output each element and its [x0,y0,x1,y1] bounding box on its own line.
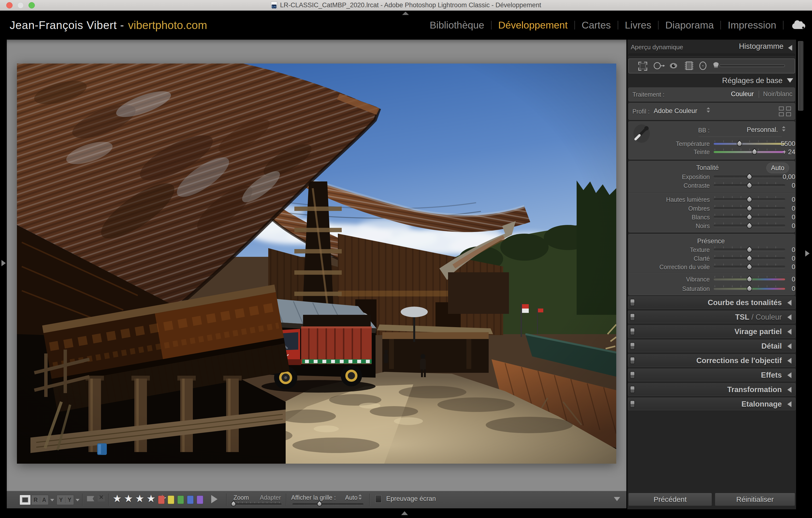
zoom-slider[interactable] [232,503,282,506]
wb-label: BB : [698,127,709,134]
slider-value[interactable]: 5500 [764,140,795,148]
panel-expand-icon[interactable] [787,358,791,364]
slider-value[interactable]: 0 [764,222,795,230]
panel-toggle-switch[interactable] [630,371,635,378]
fullscreen-window-button[interactable] [29,2,35,8]
pick-flag-icon[interactable] [87,496,94,501]
grid-value[interactable]: Auto [345,494,357,501]
reset-button[interactable]: Réinitialiser [715,493,795,506]
slider-value[interactable]: 0 [764,284,795,293]
panel-toggle-switch[interactable] [630,328,635,335]
treatment-color-option[interactable]: Couleur [731,90,754,98]
slider-value[interactable]: 0,00 [764,173,795,181]
reject-flag-icon[interactable] [98,496,105,501]
basic-panel-expand-icon[interactable] [787,78,793,83]
close-window-button[interactable] [6,2,12,8]
soft-proof-label[interactable]: Epreuvage écran [386,495,436,502]
grid-updown-icon[interactable] [358,494,362,500]
minimize-window-button[interactable] [18,2,24,8]
panel-header-detail[interactable]: Détail [628,340,795,352]
color-label-purple[interactable] [197,495,203,504]
module-print[interactable]: Impression [728,20,776,31]
panel-toggle-switch[interactable] [630,342,635,349]
presence-title: Présence [697,238,725,245]
slider-exposure: Exposition 0,00 [629,173,797,181]
profile-value[interactable]: Adobe Couleur [654,107,697,115]
module-develop[interactable]: Développement [498,20,568,31]
panel-expand-icon[interactable] [787,343,791,349]
traffic-lights [6,2,35,8]
panel-header-hsl-color[interactable]: TSL / Couleur [628,311,795,323]
panel-header-tone-curve[interactable]: Courbe des tonalités [628,296,795,309]
module-map[interactable]: Cartes [582,20,611,31]
grid-slider-thumb[interactable] [316,500,323,507]
histogram-collapse-icon[interactable] [788,45,792,51]
panel-expand-icon[interactable] [787,329,791,335]
basic-panel-header[interactable]: Réglages de base [627,77,796,86]
slider-value[interactable]: 0 [764,246,795,254]
wb-preset-value[interactable]: Personnal. [747,126,778,133]
panel-header-split-toning[interactable]: Virage partiel [628,325,795,338]
color-label-red[interactable] [158,495,165,504]
panel-header-transform[interactable]: Transformation [628,383,795,396]
slider-value[interactable]: + 24 [764,148,795,156]
grid-slider[interactable] [292,503,364,506]
soft-proof-checkbox[interactable] [375,495,382,503]
color-label-green[interactable] [177,495,184,504]
survey-dropdown-icon[interactable] [76,499,80,501]
treatment-bw-option[interactable]: Noir/blanc [763,90,792,98]
slider-value[interactable]: 0 [764,263,795,271]
window-title-text: LR-CLASSIC_CatMBP_2020.lrcat - Adobe Pho… [280,1,541,9]
module-book[interactable]: Livres [625,20,651,31]
profile-updown-icon[interactable] [706,106,711,113]
right-panel-collapse-arrow-icon[interactable] [805,250,810,256]
slider-value[interactable]: 0 [764,204,795,213]
smart-preview-label[interactable]: Aperçu dynamique [631,43,683,51]
slider-value[interactable]: 0 [764,213,795,221]
panel-toggle-switch[interactable] [630,357,635,364]
slider-label: Correction du voile [629,263,710,271]
fit-label[interactable]: Adapter [260,494,281,501]
filmstrip-expand-arrow-icon[interactable] [401,511,408,515]
presence-divider [629,272,795,273]
histogram-header[interactable]: Histogramme [739,42,783,51]
panel-header-effects[interactable]: Effets [628,369,795,381]
panel-expand-icon[interactable] [787,401,791,407]
survey-view-icon[interactable]: YY [57,495,74,505]
panel-toggle-switch[interactable] [630,313,635,321]
toolbar-options-icon[interactable] [614,497,620,501]
panel-expand-icon[interactable] [787,387,791,393]
compare-view-icon[interactable]: RA [31,495,49,505]
sync-cloud-icon[interactable] [790,18,807,32]
auto-tone-button[interactable]: Auto [766,162,789,173]
color-label-yellow[interactable] [168,495,174,504]
wb-updown-icon[interactable] [781,125,786,132]
panel-expand-icon[interactable] [787,300,791,306]
slider-thumb[interactable] [746,173,753,181]
identity-site-link[interactable]: vibertphoto.com [128,19,207,32]
slider-value[interactable]: 0 [764,275,795,283]
slider-value[interactable]: 0 [764,181,795,190]
panel-toggle-switch[interactable] [630,299,635,306]
slider-value[interactable]: 0 [764,254,795,263]
loupe-view-icon[interactable] [20,495,31,505]
panel-scrollbar-thumb[interactable] [798,41,803,111]
panel-header-lens-corrections[interactable]: Corrections de l'objectif [628,354,795,367]
slider-value[interactable]: 0 [764,195,795,204]
previous-button[interactable]: Précédent [628,493,712,506]
module-library[interactable]: Bibliothèque [430,20,484,31]
module-slideshow[interactable]: Diaporama [665,20,714,31]
tool-strip[interactable] [628,58,795,73]
zoom-label[interactable]: Zoom [233,494,249,501]
panel-expand-icon[interactable] [787,314,791,320]
panel-header-calibration[interactable]: Etalonnage [628,398,795,410]
color-label-blue[interactable] [187,495,194,504]
compare-dropdown-icon[interactable] [50,499,54,501]
panel-toggle-switch[interactable] [630,386,635,393]
profile-browser-icon[interactable] [779,106,791,117]
top-panel-collapse-arrow-icon[interactable] [402,11,409,15]
slideshow-play-icon[interactable] [211,495,218,503]
panel-expand-icon[interactable] [787,372,791,378]
left-panel-expand-arrow-icon[interactable] [1,260,6,266]
panel-toggle-switch[interactable] [630,400,635,407]
